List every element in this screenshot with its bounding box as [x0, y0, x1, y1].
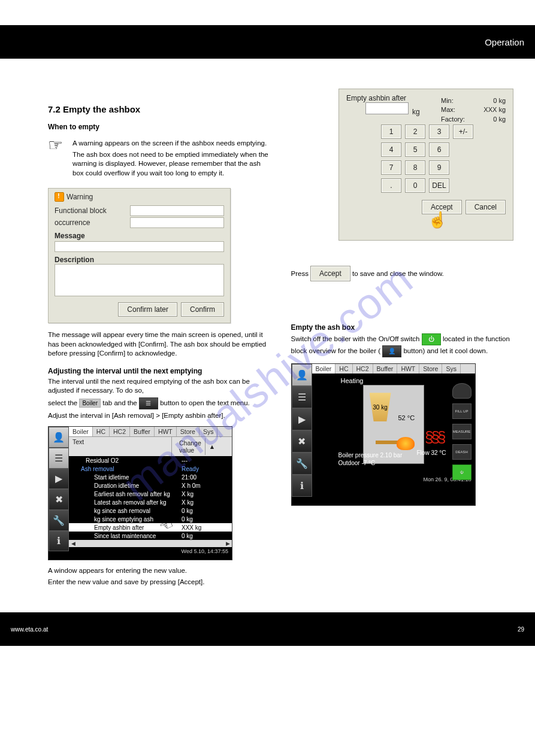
description-field[interactable]: [55, 264, 224, 296]
fillup-button[interactable]: FILL UP: [452, 403, 471, 419]
tab-sys[interactable]: Sys: [200, 427, 218, 436]
col-text: Text: [69, 437, 172, 456]
keypad-limits: Min:0 kg Max:XXX kg Factory:0 kg: [441, 96, 506, 124]
side-delete-icon[interactable]: ✖: [49, 489, 69, 510]
key-[interactable]: .: [381, 178, 401, 193]
tab-hc2[interactable]: HC2: [353, 364, 373, 374]
measure-button[interactable]: MEASURE: [452, 424, 471, 439]
table-row[interactable]: Earliest ash removal after kgX kg: [69, 490, 232, 498]
side-info-icon[interactable]: ℹ: [292, 475, 312, 497]
key-5[interactable]: 5: [405, 142, 425, 157]
table-row[interactable]: kg since ash removal0 kg: [69, 506, 232, 515]
horizontal-scrollbar[interactable]: [69, 540, 232, 547]
confirm-button[interactable]: Confirm: [181, 302, 224, 317]
sub-title-when: When to empty: [48, 123, 271, 131]
warning-dialog: Warning Functional block occurrence Mess…: [48, 188, 231, 323]
header-title: Operation: [485, 37, 524, 47]
table-row[interactable]: Duration idletimeX h 0m: [69, 481, 232, 490]
keypad-input[interactable]: [365, 102, 409, 114]
tab-sys[interactable]: Sys: [442, 364, 461, 374]
key-4[interactable]: 4: [381, 142, 401, 157]
user-icon[interactable]: 👤: [382, 345, 401, 357]
footer-left: www.eta.co.at: [11, 626, 48, 633]
after-dialog-text: The message will appear every time the m…: [48, 330, 271, 359]
side-play-icon[interactable]: ▶: [49, 469, 69, 490]
table-row[interactable]: Since last maintenance0 kg: [69, 532, 232, 540]
table-row[interactable]: Ash removalReady: [69, 464, 232, 473]
tab-buffer[interactable]: Buffer: [373, 364, 398, 374]
deash-button[interactable]: DEASH: [452, 444, 471, 460]
tab-boiler[interactable]: Boiler: [312, 364, 336, 374]
key-del[interactable]: DEL: [429, 178, 449, 193]
bvis-tabs: Boiler HC HC2 Buffer HWT Store Sys: [312, 364, 475, 374]
tab-buffer[interactable]: Buffer: [130, 427, 155, 436]
key-7[interactable]: 7: [381, 160, 401, 175]
boiler-status: Heating: [341, 377, 364, 384]
under-touch2: Enter the new value and save by pressing…: [48, 578, 271, 587]
touch-tabs: Boiler HC HC2 Buffer HWT Store Sys: [69, 427, 232, 436]
confirm-later-button[interactable]: Confirm later: [118, 302, 177, 317]
tab-store[interactable]: Store: [177, 427, 200, 436]
footer-bar: www.eta.co.at 29: [0, 612, 535, 646]
occurrence-field[interactable]: [130, 217, 224, 228]
functional-block-field[interactable]: [130, 205, 224, 216]
interval-p2: select the Boiler tab and the ☰ button t…: [48, 397, 271, 409]
side-user-icon[interactable]: 👤: [292, 364, 312, 386]
side-info-icon[interactable]: ℹ: [49, 531, 69, 552]
touch-sidebar: 👤 ☰ ▶ ✖ 🔧 ℹ: [49, 427, 69, 551]
message-field[interactable]: [55, 241, 224, 252]
right-buttons: FILL UP MEASURE DEASH ⏻: [452, 383, 471, 480]
section-title: 7.2 Empty the ashbox: [48, 104, 271, 114]
side-user-icon[interactable]: 👤: [49, 427, 69, 448]
key-1[interactable]: 1: [381, 125, 401, 139]
side-wrench-icon[interactable]: 🔧: [49, 510, 69, 531]
side-play-icon[interactable]: ▶: [292, 408, 312, 430]
right-column: Empty ashbin after Min:0 kg Max:XXX kg F…: [291, 89, 514, 588]
tab-boiler[interactable]: Boiler: [69, 427, 93, 436]
key-9[interactable]: 9: [429, 160, 449, 175]
keypad-grid: 123+/-456789.0DEL: [381, 125, 506, 193]
after-keypad-p1: Press Accept to save and close the windo…: [291, 266, 514, 281]
footer-right: 29: [518, 626, 524, 633]
onoff-icon[interactable]: ⏻: [422, 333, 441, 345]
table-row[interactable]: Latest ash removal after kgX kg: [69, 498, 232, 506]
keypad-cancel-button[interactable]: Cancel: [466, 200, 506, 214]
clock-icon[interactable]: [452, 383, 471, 399]
side-wrench-icon[interactable]: 🔧: [292, 453, 312, 475]
under-touch1: A window appears for entering the new va…: [48, 566, 271, 576]
key-0[interactable]: 0: [405, 178, 425, 193]
label-message: Message: [55, 232, 224, 240]
key-2[interactable]: 2: [405, 125, 425, 139]
boiler-tab-chip[interactable]: Boiler: [79, 399, 101, 408]
tab-hc[interactable]: HC: [335, 364, 352, 374]
table-row[interactable]: Start idletime21:00: [69, 473, 232, 481]
textmenu-icon[interactable]: ☰: [139, 397, 158, 409]
tab-store[interactable]: Store: [419, 364, 442, 374]
side-tree-icon[interactable]: ☰: [49, 448, 69, 469]
key-6[interactable]: 6: [429, 142, 449, 157]
col-value: Change value: [176, 438, 205, 455]
key-8[interactable]: 8: [405, 160, 425, 175]
key-[interactable]: +/-: [453, 125, 473, 139]
auger-graphic: [376, 441, 400, 444]
tab-hwt[interactable]: HWT: [397, 364, 419, 374]
sort-up-icon[interactable]: ▲: [205, 442, 228, 451]
boiler-temp: 52 °C: [398, 414, 415, 421]
sub-title-empty: Empty the ash box: [291, 323, 514, 332]
left-column: 7.2 Empty the ashbox When to empty ☞ A w…: [48, 89, 271, 588]
hand-cursor-icon: ☝: [428, 211, 447, 229]
table-row[interactable]: kg since emptying ash0 kg: [69, 515, 232, 523]
bvis-sidebar: 👤 ☰ ▶ ✖ 🔧 ℹ: [292, 364, 312, 497]
table-row[interactable]: Residual O2---: [69, 456, 232, 464]
accept-inline-button[interactable]: Accept: [310, 266, 350, 281]
boiler-visual-screen: 👤 ☰ ▶ ✖ 🔧 ℹ Boiler HC HC2 Buffer HWT Sto…: [291, 363, 476, 506]
side-delete-icon[interactable]: ✖: [292, 430, 312, 453]
power-button[interactable]: ⏻: [452, 464, 471, 480]
tab-hc[interactable]: HC: [93, 427, 110, 436]
table-row[interactable]: Empty ashbin afterXXX kg: [69, 523, 232, 532]
tab-hc2[interactable]: HC2: [110, 427, 130, 436]
side-tree-icon[interactable]: ☰: [292, 386, 312, 408]
touch-footer-time: Wed 5.10, 14:37:55: [69, 547, 232, 555]
key-3[interactable]: 3: [429, 125, 449, 139]
tab-hwt[interactable]: HWT: [155, 427, 177, 436]
